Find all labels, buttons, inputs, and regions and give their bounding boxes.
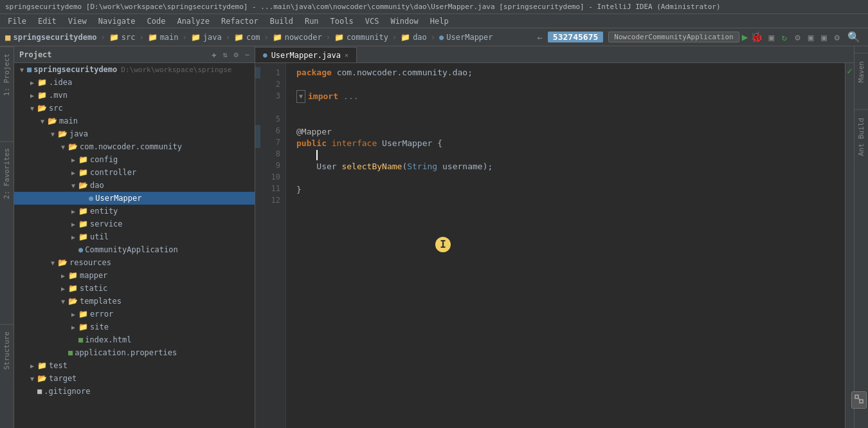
update-button[interactable]: ↻ <box>779 31 790 44</box>
project-tree: ▼ ■ springsecuritydemo D:\work\workspace… <box>14 63 255 428</box>
project-header-icon-add[interactable]: ✚ <box>212 50 216 59</box>
favorites-tab-left[interactable]: 2: Favorites <box>0 141 14 205</box>
coverage-button[interactable]: ▣ <box>766 31 776 44</box>
tree-mapper[interactable]: ▶ 📁 mapper <box>14 269 255 282</box>
breadcrumb-main[interactable]: main <box>160 33 179 42</box>
tab-usermapper[interactable]: ● UserMapper.java ✕ <box>255 47 357 62</box>
menu-item-navigate[interactable]: Navigate <box>93 15 141 27</box>
tree-controller[interactable]: ▶ 📁 controller <box>14 166 255 179</box>
code-editor[interactable]: 1 2 3 5 6 7 8 9 10 11 12 package com.now… <box>255 63 854 428</box>
menu-item-code[interactable]: Code <box>142 15 171 27</box>
tree-index-html[interactable]: ■ index.html <box>14 333 255 346</box>
menu-item-window[interactable]: Window <box>385 15 423 27</box>
left-side-tabs: 1: Project 2: Favorites Structure <box>0 46 14 428</box>
ant-build-tab[interactable]: Ant Build <box>854 109 868 164</box>
breadcrumb-folder-icon6: 📁 <box>334 33 344 42</box>
tree-gitignore[interactable]: ■ .gitignore <box>14 385 255 398</box>
breadcrumb-folder-icon4: 📁 <box>234 33 244 42</box>
tree-community-app[interactable]: ● CommunityApplication <box>14 243 255 256</box>
run-config[interactable]: NowcoderCommunityApplication <box>608 32 739 42</box>
project-tab[interactable]: 1: Project <box>0 46 14 102</box>
right-side-tabs: Maven Ant Build <box>854 46 868 428</box>
project-header: Project ✚ ⇅ ⚙ − <box>14 46 255 63</box>
code-line-10 <box>296 172 845 184</box>
tree-test[interactable]: ▶ 📁 test <box>14 359 255 372</box>
breadcrumb-sep5: › <box>264 33 269 42</box>
menu-item-run[interactable]: Run <box>300 15 324 27</box>
counter-badge: 532745675 <box>548 32 603 42</box>
tab-label: UserMapper.java <box>271 51 341 60</box>
title-bar: springsecuritydemo [D:\work\workspace\sp… <box>0 0 868 14</box>
tree-service[interactable]: ▶ 📁 service <box>14 218 255 230</box>
tree-util[interactable]: ▶ 📁 util <box>14 230 255 243</box>
search-everywhere-icon[interactable]: 🔍 <box>845 30 863 44</box>
tree-src[interactable]: ▼ 📂 src <box>14 102 255 115</box>
tree-dao[interactable]: ▼ 📂 dao <box>14 179 255 192</box>
debug-button[interactable]: 🐞 <box>750 31 763 43</box>
tree-java[interactable]: ▼ 📂 java <box>14 127 255 140</box>
tree-root[interactable]: ▼ ■ springsecuritydemo D:\work\workspace… <box>14 63 255 76</box>
tree-config[interactable]: ▶ 📁 config <box>14 153 255 166</box>
menu-bar: File Edit View Navigate Code Analyze Ref… <box>0 14 868 28</box>
menu-item-view[interactable]: View <box>63 15 92 27</box>
breadcrumb-nowcoder[interactable]: nowcoder <box>285 33 322 42</box>
svg-line-2 <box>858 398 860 400</box>
tree-static[interactable]: ▶ 📁 static <box>14 282 255 295</box>
project-header-icon-close[interactable]: − <box>245 50 249 59</box>
menu-item-vcs[interactable]: VCS <box>360 15 384 27</box>
breadcrumb-com[interactable]: com <box>246 33 260 42</box>
code-content[interactable]: package com.nowcoder.community.dao; ▼ im… <box>286 63 845 428</box>
menu-item-analyze[interactable]: Analyze <box>172 15 215 27</box>
nav-back-icon[interactable]: ← <box>534 31 545 44</box>
menu-item-help[interactable]: Help <box>425 15 454 27</box>
tree-application-props[interactable]: ■ application.properties <box>14 346 255 359</box>
tree-site[interactable]: ▶ 📁 site <box>14 321 255 333</box>
settings-icon[interactable]: ⚙ <box>832 31 842 44</box>
main-layout: 1: Project 2: Favorites Structure Projec… <box>0 46 868 428</box>
breadcrumb-usermapper[interactable]: UserMapper <box>446 33 493 42</box>
menu-item-tools[interactable]: Tools <box>325 15 359 27</box>
tab-icon: ● <box>263 51 267 59</box>
menu-item-file[interactable]: File <box>3 15 32 27</box>
code-line-12 <box>296 196 845 207</box>
svg-rect-1 <box>860 400 863 403</box>
menu-item-build[interactable]: Build <box>265 15 298 27</box>
sdk-button[interactable]: ⚙ <box>792 31 802 44</box>
tree-templates[interactable]: ▼ 📂 templates <box>14 295 255 308</box>
search-icon[interactable]: ▣ <box>806 31 816 44</box>
resize-icon[interactable] <box>851 391 867 409</box>
check-mark: ✓ <box>845 63 854 76</box>
breadcrumb-src[interactable]: src <box>122 33 136 42</box>
code-line-6: @Mapper <box>296 126 845 138</box>
project-header-icon-sync[interactable]: ⇅ <box>222 50 227 59</box>
tree-com-nowcoder[interactable]: ▼ 📂 com.nowcoder.community <box>14 140 255 153</box>
project-header-icon-settings[interactable]: ⚙ <box>234 50 239 59</box>
breadcrumb-dao[interactable]: dao <box>413 33 427 42</box>
tree-target[interactable]: ▼ 📂 target <box>14 372 255 385</box>
breadcrumb-java[interactable]: java <box>203 33 222 42</box>
code-line-1: package com.nowcoder.community.dao; <box>296 67 845 79</box>
maven-tab[interactable]: Maven <box>854 53 868 90</box>
structure-tab-left[interactable]: Structure <box>0 324 14 377</box>
run-button[interactable]: ▶ <box>742 31 748 43</box>
nav-bar: ■ springsecuritydemo › 📁 src › 📁 main › … <box>0 28 868 46</box>
expand-icon[interactable]: ▣ <box>818 31 829 44</box>
tree-error[interactable]: ▶ 📁 error <box>14 308 255 321</box>
tree-mvn[interactable]: ▶ 📁 .mvn <box>14 89 255 102</box>
project-icon: ■ <box>5 32 10 42</box>
tree-idea[interactable]: ▶ 📁 .idea <box>14 76 255 89</box>
tree-resources[interactable]: ▼ 📂 resources <box>14 256 255 269</box>
editor-gutter <box>255 63 260 428</box>
breadcrumb-folder-icon2: 📁 <box>148 33 158 42</box>
tree-main[interactable]: ▼ 📂 main <box>14 115 255 127</box>
tab-close-icon[interactable]: ✕ <box>345 51 348 59</box>
breadcrumb-sep8: › <box>431 33 435 42</box>
code-line-5 <box>296 115 845 126</box>
menu-item-refactor[interactable]: Refactor <box>216 15 264 27</box>
breadcrumb-community[interactable]: community <box>347 33 388 42</box>
breadcrumb-project[interactable]: springsecuritydemo <box>13 33 96 42</box>
tree-usermapper[interactable]: ● UserMapper <box>14 192 255 205</box>
menu-item-edit[interactable]: Edit <box>33 15 62 27</box>
tree-entity[interactable]: ▶ 📁 entity <box>14 205 255 218</box>
editor-scrollbar-area: ✓ <box>845 63 854 428</box>
